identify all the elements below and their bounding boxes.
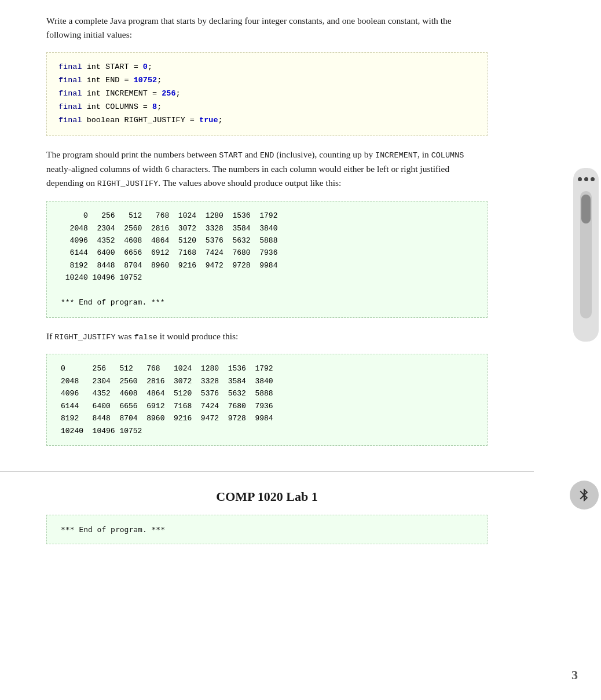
bluetooth-button[interactable] <box>570 481 599 510</box>
scrollbar-track[interactable] <box>580 191 592 318</box>
code-line-1: final int START = 0; <box>58 61 475 74</box>
desc-justify-code: RIGHT_JUSTIFY <box>97 179 158 188</box>
footer-output-block: *** End of program. *** <box>46 515 488 544</box>
right-widgets <box>569 0 601 544</box>
scrollbar-thumb[interactable] <box>581 195 591 223</box>
if-part2: was <box>116 331 134 341</box>
if-part3: it would produce this: <box>157 331 239 341</box>
three-dots <box>578 177 595 181</box>
footer-section: COMP 1020 Lab 1 *** End of program. *** <box>0 472 534 544</box>
desc-part6: . The values above should produce output… <box>158 178 341 188</box>
desc-part3: (inclusive), counting up by <box>274 149 375 159</box>
dot-3 <box>591 177 595 181</box>
kw-final-2: final <box>58 76 82 85</box>
desc-end-code: END <box>260 151 274 160</box>
code-line-4: final int COLUMNS = 8; <box>58 101 475 114</box>
dot-1 <box>578 177 582 181</box>
kw-final-5: final <box>58 116 82 124</box>
footer-output-pre: *** End of program. *** <box>61 523 473 536</box>
description-paragraph: The program should print the numbers bet… <box>46 148 488 190</box>
val-columns: 8 <box>152 102 157 111</box>
if-part1: If <box>46 331 54 341</box>
if-false-paragraph: If RIGHT_JUSTIFY was false it would prod… <box>46 329 488 344</box>
code-block: final int START = 0; final int END = 107… <box>46 52 488 136</box>
type-boolean: boolean <box>87 116 120 124</box>
output-pre-2: 0 256 512 768 1024 1280 1536 1792 2048 2… <box>61 362 473 437</box>
code-line-2: final int END = 10752; <box>58 74 475 87</box>
desc-part4: , in <box>417 149 431 159</box>
intro-paragraph: Write a complete Java program that start… <box>46 14 488 42</box>
page-number: 3 <box>571 668 578 683</box>
kw-final-1: final <box>58 63 82 71</box>
val-start: 0 <box>143 63 148 71</box>
code-line-3: final int INCREMENT = 256; <box>58 87 475 101</box>
output-pre-1: 0 256 512 768 1024 1280 1536 1792 2048 2… <box>61 210 473 309</box>
if-false-code: false <box>134 333 157 342</box>
if-code: RIGHT_JUSTIFY <box>54 333 115 342</box>
output-block-2: 0 256 512 768 1024 1280 1536 1792 2048 2… <box>46 354 488 446</box>
scrollbar-container[interactable] <box>573 168 599 342</box>
val-end: 10752 <box>134 76 157 85</box>
type-int-2: int <box>87 76 101 85</box>
desc-part1: The program should print the numbers bet… <box>46 149 219 159</box>
kw-final-4: final <box>58 102 82 111</box>
val-increment: 256 <box>162 89 175 98</box>
desc-columns-code: COLUMNS <box>431 151 464 160</box>
kw-final-3: final <box>58 89 82 98</box>
footer-title: COMP 1020 Lab 1 <box>46 472 488 515</box>
type-int-3: int <box>87 89 101 98</box>
code-line-5: final boolean RIGHT_JUSTIFY = true; <box>58 114 475 127</box>
desc-part2: and <box>243 149 260 159</box>
val-true: true <box>199 116 218 124</box>
desc-start-code: START <box>219 151 243 160</box>
desc-increment-code: INCREMENT <box>375 151 417 160</box>
output-block-1: 0 256 512 768 1024 1280 1536 1792 2048 2… <box>46 201 488 318</box>
type-int-4: int <box>87 102 101 111</box>
bluetooth-icon <box>577 488 592 503</box>
dot-2 <box>584 177 588 181</box>
type-int-1: int <box>87 63 101 71</box>
